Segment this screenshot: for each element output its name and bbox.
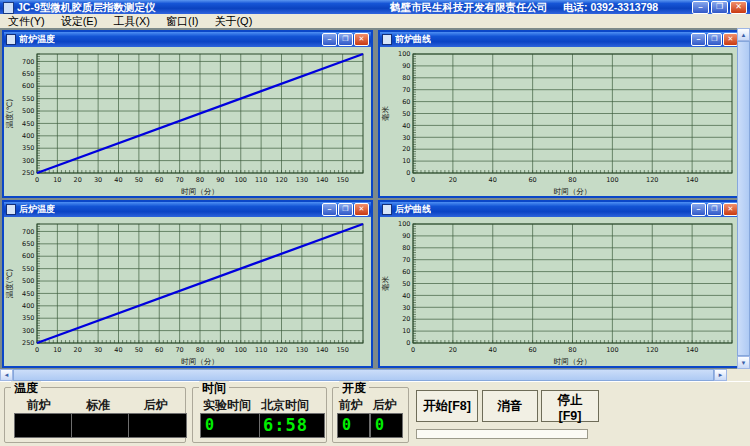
horizontal-scroll-thumb[interactable] (13, 369, 714, 381)
vertical-scroll-thumb[interactable] (737, 41, 750, 356)
svg-text:60: 60 (402, 268, 410, 276)
child-titlebar[interactable]: 前炉曲线 – ❐ ✕ (380, 32, 740, 47)
svg-text:时间（分）: 时间（分） (181, 357, 219, 366)
close-icon[interactable]: ✕ (354, 203, 369, 216)
svg-text:80: 80 (196, 176, 204, 184)
svg-text:40: 40 (114, 176, 122, 184)
svg-text:20: 20 (449, 176, 457, 184)
scroll-down-icon[interactable]: ▼ (737, 356, 750, 369)
app-title: JC-9型微机胶质层指数测定仪 (17, 0, 155, 14)
svg-text:150: 150 (336, 176, 348, 184)
maximize-icon[interactable]: ❐ (338, 33, 353, 46)
svg-text:140: 140 (686, 176, 698, 184)
svg-text:0: 0 (35, 176, 39, 184)
minimize-icon[interactable]: – (322, 33, 337, 46)
scroll-up-icon[interactable]: ▲ (737, 28, 750, 41)
front-opening-label: 前炉 (339, 397, 363, 414)
svg-text:时间（分）: 时间（分） (554, 187, 592, 196)
minimize-icon[interactable]: – (691, 203, 706, 216)
vertical-scrollbar[interactable]: ▲ ▼ (737, 28, 750, 369)
svg-text:40: 40 (402, 122, 410, 130)
svg-text:90: 90 (402, 232, 410, 240)
window-rear-furnace-curve: 后炉曲线 – ❐ ✕ 02040608010012014001020304050… (378, 200, 742, 368)
child-titlebar[interactable]: 后炉温度 – ❐ ✕ (4, 202, 371, 217)
svg-text:450: 450 (22, 120, 34, 128)
svg-text:120: 120 (275, 176, 287, 184)
close-icon[interactable]: ✕ (354, 33, 369, 46)
svg-text:100: 100 (606, 176, 618, 184)
svg-text:温度(℃): 温度(℃) (5, 269, 14, 298)
svg-text:20: 20 (74, 346, 82, 354)
svg-text:550: 550 (22, 265, 34, 273)
svg-text:120: 120 (646, 176, 658, 184)
menu-settings[interactable]: 设定(E) (53, 14, 106, 28)
svg-text:80: 80 (568, 346, 576, 354)
scroll-left-icon[interactable]: ◄ (0, 369, 13, 381)
start-button[interactable]: 开始[F8] (416, 390, 478, 422)
rear-temperature-chart: 0102030405060708090100110120130140150250… (4, 217, 371, 366)
svg-text:100: 100 (235, 346, 247, 354)
stop-button[interactable]: 停止[F9] (541, 390, 599, 422)
maximize-icon[interactable]: ❐ (338, 203, 353, 216)
svg-text:130: 130 (296, 346, 308, 354)
horizontal-scrollbar[interactable]: ◄ ► (0, 369, 727, 381)
child-titlebar[interactable]: 后炉曲线 – ❐ ✕ (380, 202, 740, 217)
maximize-icon[interactable]: ❐ (707, 203, 722, 216)
svg-text:140: 140 (316, 176, 328, 184)
minimize-icon[interactable]: – (691, 33, 706, 46)
front-furnace-temp-label: 前炉 (27, 397, 51, 414)
restore-icon[interactable]: ❐ (711, 1, 728, 14)
front-opening-display: 0 (337, 413, 370, 438)
minimize-icon[interactable]: – (692, 1, 709, 14)
svg-text:350: 350 (22, 314, 34, 322)
window-front-furnace-temperature: 前炉温度 – ❐ ✕ 01020304050607080901001101201… (2, 30, 373, 198)
svg-text:140: 140 (686, 346, 698, 354)
svg-text:110: 110 (255, 176, 267, 184)
window-icon (382, 204, 392, 215)
svg-text:30: 30 (402, 134, 410, 142)
svg-text:100: 100 (235, 176, 247, 184)
svg-text:120: 120 (275, 346, 287, 354)
beijing-time-label: 北京时间 (261, 397, 309, 414)
svg-text:70: 70 (402, 256, 410, 264)
temperature-group: 温度 前炉 标准 后炉 (4, 387, 186, 443)
main-titlebar: JC-9型微机胶质层指数测定仪 鹤壁市民生科技开发有限责任公司 电话: 0392… (0, 0, 750, 14)
svg-text:600: 600 (22, 82, 34, 90)
svg-text:50: 50 (402, 110, 410, 118)
mute-button[interactable]: 消音 (482, 390, 538, 422)
svg-text:90: 90 (402, 62, 410, 70)
svg-text:100: 100 (398, 220, 410, 228)
svg-text:70: 70 (175, 346, 183, 354)
child-titlebar[interactable]: 前炉温度 – ❐ ✕ (4, 32, 371, 47)
svg-text:时间（分）: 时间（分） (554, 357, 592, 366)
scroll-right-icon[interactable]: ► (714, 369, 727, 381)
svg-text:100: 100 (606, 346, 618, 354)
window-rear-furnace-temperature: 后炉温度 – ❐ ✕ 01020304050607080901001101201… (2, 200, 373, 368)
svg-text:700: 700 (22, 58, 34, 66)
close-icon[interactable]: ✕ (730, 1, 747, 14)
group-title: 时间 (199, 380, 229, 397)
front-furnace-temp-display (14, 413, 74, 438)
svg-text:120: 120 (646, 346, 658, 354)
menu-window[interactable]: 窗口(I) (158, 14, 206, 28)
svg-text:10: 10 (53, 346, 61, 354)
progress-bar (416, 429, 588, 439)
svg-text:130: 130 (296, 176, 308, 184)
menu-about[interactable]: 关于(Q) (206, 14, 260, 28)
menu-tools[interactable]: 工具(X) (105, 14, 158, 28)
menu-file[interactable]: 文件(Y) (0, 14, 53, 28)
rear-opening-display: 0 (370, 413, 403, 438)
close-icon[interactable]: ✕ (723, 203, 738, 216)
maximize-icon[interactable]: ❐ (707, 33, 722, 46)
svg-text:400: 400 (22, 132, 34, 140)
close-icon[interactable]: ✕ (723, 33, 738, 46)
phone-number: 电话: 0392-3313798 (563, 0, 658, 14)
svg-text:300: 300 (22, 157, 34, 165)
svg-text:毫米: 毫米 (381, 276, 390, 292)
minimize-icon[interactable]: – (322, 203, 337, 216)
svg-text:温度(℃): 温度(℃) (5, 99, 14, 128)
svg-text:700: 700 (22, 228, 34, 236)
svg-text:0: 0 (35, 346, 39, 354)
window-front-furnace-curve: 前炉曲线 – ❐ ✕ 02040608010012014001020304050… (378, 30, 742, 198)
svg-text:90: 90 (216, 346, 224, 354)
